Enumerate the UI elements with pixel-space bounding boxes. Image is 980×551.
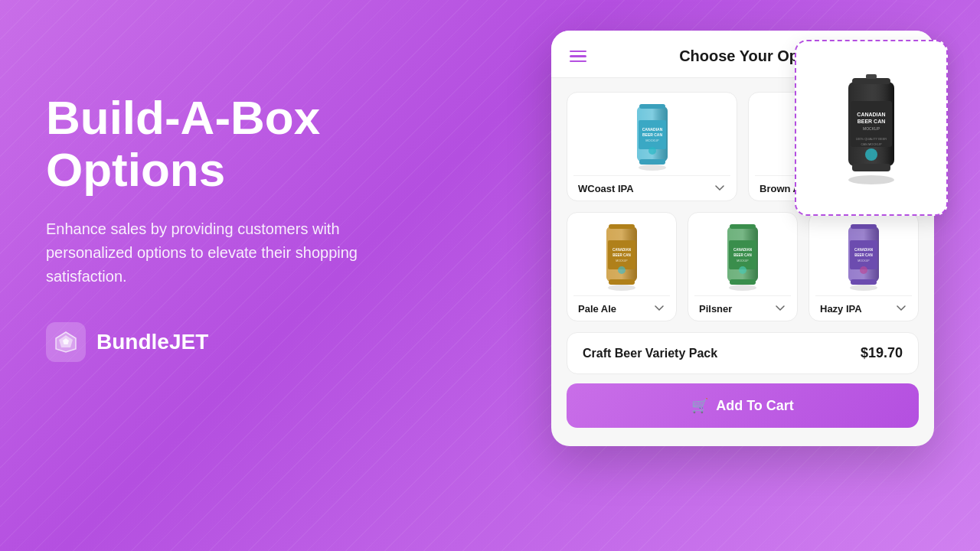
svg-text:MOCKUP: MOCKUP (858, 259, 870, 262)
product-label-wcoast-ipa: WCoast IPA (578, 183, 634, 194)
price-row: Craft Beer Variety Pack $19.70 (567, 332, 919, 374)
product-select-wcoast-ipa[interactable]: WCoast IPA (573, 175, 730, 201)
svg-point-39 (618, 266, 626, 274)
svg-rect-21 (639, 159, 665, 165)
product-image-hazy-ipa: CANADIAN BEER CAN MOCKUP (833, 220, 894, 289)
svg-rect-61 (851, 279, 877, 285)
svg-rect-9 (852, 78, 890, 84)
brand-name: BundleJET (96, 330, 208, 354)
svg-point-22 (639, 165, 666, 171)
svg-text:CANADIAN: CANADIAN (854, 248, 873, 252)
svg-text:MOCKUP: MOCKUP (645, 139, 659, 142)
card-footer: Craft Beer Variety Pack $19.70 🛒 Add To … (551, 332, 934, 428)
svg-text:BEER CAN: BEER CAN (733, 253, 752, 257)
svg-text:BEER CAN: BEER CAN (642, 132, 662, 137)
preview-can-image: CANADIAN BEER CAN MOCKUP 100% QUALITY BE… (829, 67, 913, 189)
products-row-2: CANADIAN BEER CAN MOCKUP Pale Ale (567, 212, 919, 321)
svg-text:CANADIAN: CANADIAN (733, 248, 752, 252)
chevron-down-icon-wcoast-ipa (714, 182, 726, 194)
cart-icon: 🛒 (691, 397, 708, 414)
chevron-down-icon-pale-ale (653, 302, 665, 315)
hero-title: Build-A-BoxOptions (46, 92, 413, 196)
product-image-pale-ale: CANADIAN BEER CAN MOCKUP (591, 220, 652, 289)
product-cell-hazy-ipa[interactable]: CANADIAN BEER CAN MOCKUP Hazy IPA (808, 212, 919, 321)
svg-rect-10 (852, 164, 890, 171)
chevron-down-icon-hazy-ipa (895, 302, 907, 315)
product-select-hazy-ipa[interactable]: Hazy IPA (815, 295, 912, 321)
product-image-wcoast-ipa: CANADIAN BEER CAN MOCKUP (622, 100, 683, 169)
svg-rect-11 (866, 74, 877, 79)
brand-row: BundleJET (46, 322, 413, 362)
svg-point-12 (848, 175, 894, 184)
brand-logo-icon (53, 329, 79, 355)
product-cell-wcoast-ipa[interactable]: CANADIAN BEER CAN MOCKUP WCoast IPA (567, 92, 737, 201)
svg-text:MOCKUP: MOCKUP (616, 259, 628, 262)
chevron-down-icon-pilsner (774, 302, 786, 315)
add-to-cart-label: Add To Cart (716, 398, 794, 414)
svg-rect-20 (639, 104, 665, 109)
preview-card: CANADIAN BEER CAN MOCKUP 100% QUALITY BE… (795, 40, 948, 216)
product-label-hazy-ipa: Hazy IPA (820, 303, 862, 315)
svg-text:100% QUALITY BEER: 100% QUALITY BEER (856, 137, 887, 141)
svg-text:CANADIAN: CANADIAN (642, 127, 662, 132)
svg-rect-51 (730, 279, 756, 285)
svg-point-49 (739, 266, 746, 274)
brand-logo (46, 322, 86, 362)
svg-text:BEER CAN: BEER CAN (858, 119, 886, 124)
svg-text:MOCKUP: MOCKUP (737, 259, 749, 262)
svg-text:BEER CAN: BEER CAN (854, 253, 873, 257)
svg-text:BEER CAN: BEER CAN (612, 253, 631, 257)
svg-text:CAN MOCKUP: CAN MOCKUP (861, 142, 881, 146)
menu-icon[interactable] (570, 51, 586, 63)
product-select-pale-ale[interactable]: Pale Ale (573, 295, 670, 321)
svg-rect-50 (730, 224, 756, 229)
svg-point-52 (729, 285, 756, 291)
bundle-label: Craft Beer Variety Pack (583, 347, 717, 360)
price-value: $19.70 (861, 345, 903, 361)
svg-point-42 (608, 285, 635, 291)
svg-text:CANADIAN: CANADIAN (612, 248, 631, 252)
left-panel: Build-A-BoxOptions Enhance sales by prov… (46, 92, 413, 362)
svg-point-62 (850, 285, 877, 291)
svg-rect-40 (609, 224, 635, 229)
svg-rect-60 (851, 224, 877, 229)
svg-text:CANADIAN: CANADIAN (857, 112, 885, 117)
product-select-pilsner[interactable]: Pilsner (694, 295, 791, 321)
hero-description: Enhance sales by providing customers wit… (46, 217, 383, 289)
product-cell-pale-ale[interactable]: CANADIAN BEER CAN MOCKUP Pale Ale (567, 212, 677, 321)
svg-point-59 (860, 266, 867, 274)
product-image-pilsner: CANADIAN BEER CAN MOCKUP (712, 220, 773, 289)
product-label-pale-ale: Pale Ale (578, 303, 616, 315)
add-to-cart-button[interactable]: 🛒 Add To Cart (567, 383, 919, 428)
svg-text:MOCKUP: MOCKUP (863, 126, 880, 131)
svg-point-19 (648, 147, 656, 155)
svg-rect-41 (609, 279, 635, 285)
product-label-pilsner: Pilsner (699, 303, 732, 315)
product-cell-pilsner[interactable]: CANADIAN BEER CAN MOCKUP Pilsner (688, 212, 798, 321)
svg-point-8 (865, 148, 877, 161)
